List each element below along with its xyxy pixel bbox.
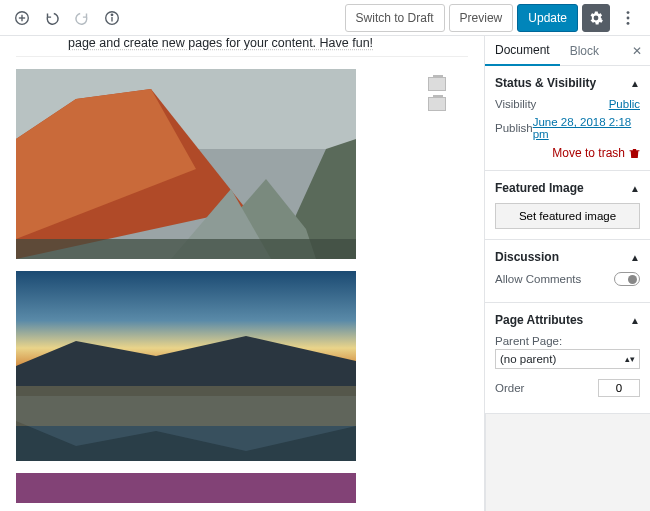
svg-rect-14 bbox=[16, 386, 356, 426]
svg-rect-16 bbox=[16, 473, 356, 503]
publish-value[interactable]: June 28, 2018 2:18 pm bbox=[533, 116, 640, 140]
info-button[interactable] bbox=[98, 4, 126, 32]
parent-page-select[interactable]: (no parent)▴▾ bbox=[495, 349, 640, 369]
visibility-value[interactable]: Public bbox=[609, 98, 640, 110]
thumb-icon bbox=[428, 77, 446, 91]
trash-icon bbox=[629, 148, 640, 159]
editor-topbar: Switch to Draft Preview Update bbox=[0, 0, 650, 36]
panel-title: Discussion bbox=[495, 250, 559, 264]
add-block-button[interactable] bbox=[8, 4, 36, 32]
block-editor-canvas[interactable]: page and create new pages for your conte… bbox=[0, 36, 484, 511]
parent-page-label: Parent Page: bbox=[495, 335, 640, 347]
redo-button[interactable] bbox=[68, 4, 96, 32]
settings-button[interactable] bbox=[582, 4, 610, 32]
svg-point-6 bbox=[627, 11, 630, 14]
panel-title: Featured Image bbox=[495, 181, 584, 195]
svg-point-8 bbox=[627, 21, 630, 24]
publish-label: Publish bbox=[495, 122, 533, 134]
image-block[interactable] bbox=[16, 69, 468, 259]
allow-comments-label: Allow Comments bbox=[495, 273, 581, 285]
chevron-up-icon[interactable]: ▲ bbox=[630, 315, 640, 326]
chevron-up-icon[interactable]: ▲ bbox=[630, 183, 640, 194]
switch-draft-button[interactable]: Switch to Draft bbox=[345, 4, 445, 32]
set-featured-image-button[interactable]: Set featured image bbox=[495, 203, 640, 229]
svg-point-5 bbox=[111, 14, 112, 15]
panel-title: Status & Visibility bbox=[495, 76, 596, 90]
order-label: Order bbox=[495, 382, 524, 394]
panel-title: Page Attributes bbox=[495, 313, 583, 327]
image-block[interactable] bbox=[16, 271, 468, 461]
chevron-up-icon[interactable]: ▲ bbox=[630, 252, 640, 263]
thumb-icon bbox=[428, 97, 446, 111]
page-content-fragment: page and create new pages for your conte… bbox=[16, 36, 468, 57]
discussion-panel: Discussion▲ Allow Comments bbox=[485, 240, 650, 303]
chevron-up-icon[interactable]: ▲ bbox=[630, 78, 640, 89]
preview-button[interactable]: Preview bbox=[449, 4, 514, 32]
undo-button[interactable] bbox=[38, 4, 66, 32]
tab-document[interactable]: Document bbox=[485, 36, 560, 66]
svg-rect-11 bbox=[16, 239, 356, 259]
update-button[interactable]: Update bbox=[517, 4, 578, 32]
order-input[interactable] bbox=[598, 379, 640, 397]
visibility-label: Visibility bbox=[495, 98, 536, 110]
featured-image-panel: Featured Image▲ Set featured image bbox=[485, 171, 650, 240]
tab-block[interactable]: Block bbox=[560, 36, 609, 66]
move-to-trash-link[interactable]: Move to trash bbox=[552, 146, 625, 160]
image-block[interactable] bbox=[16, 473, 468, 503]
close-sidebar-button[interactable]: ✕ bbox=[624, 44, 650, 58]
svg-point-7 bbox=[627, 16, 630, 19]
settings-sidebar: Document Block ✕ Status & Visibility▲ Vi… bbox=[484, 36, 650, 511]
more-menu-button[interactable] bbox=[614, 4, 642, 32]
status-visibility-panel: Status & Visibility▲ VisibilityPublic Pu… bbox=[485, 66, 650, 171]
allow-comments-toggle[interactable] bbox=[614, 272, 640, 286]
page-attributes-panel: Page Attributes▲ Parent Page: (no parent… bbox=[485, 303, 650, 414]
